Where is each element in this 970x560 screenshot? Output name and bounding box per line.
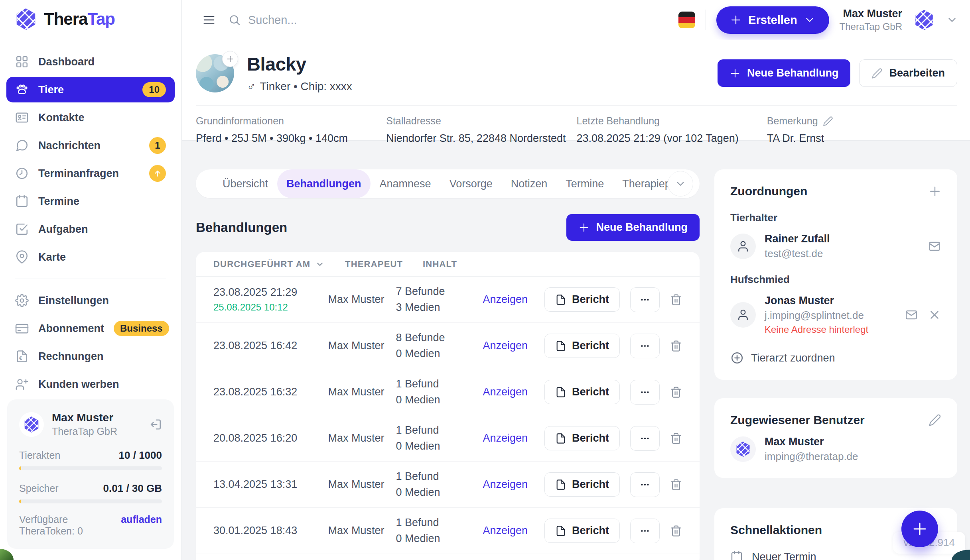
theratoken-topup-link[interactable]: aufladen bbox=[121, 514, 162, 537]
file-icon bbox=[555, 433, 566, 444]
account-avatar[interactable] bbox=[913, 8, 936, 31]
table-row: 13.04.2025 13:31 Max Muster 1 Befund0 Me… bbox=[196, 462, 700, 508]
sidebar-item-einstellungen[interactable]: Einstellungen bbox=[6, 288, 175, 313]
account-menu[interactable]: Max Muster TheraTap GbR bbox=[840, 8, 902, 32]
create-button[interactable]: Erstellen bbox=[716, 6, 829, 34]
more-button[interactable] bbox=[630, 472, 660, 497]
report-button[interactable]: Bericht bbox=[544, 472, 620, 497]
sidebar-item-kontakte[interactable]: Kontakte bbox=[6, 105, 175, 130]
delete-icon[interactable] bbox=[670, 340, 682, 352]
more-button[interactable] bbox=[630, 334, 660, 358]
sidebar-divider bbox=[15, 279, 166, 279]
view-link[interactable]: Anzeigen bbox=[483, 386, 528, 398]
new-treatment-button[interactable]: Neue Behandlung bbox=[718, 59, 851, 87]
sidebar-item-abonnement[interactable]: Abonnement Business bbox=[6, 316, 175, 341]
theratap-logo-icon bbox=[22, 415, 41, 434]
add-photo-button[interactable] bbox=[222, 51, 238, 67]
report-button[interactable]: Bericht bbox=[544, 519, 620, 543]
chevron-down-icon[interactable] bbox=[946, 14, 958, 26]
more-button[interactable] bbox=[630, 519, 660, 543]
sidebar: TheraTap Dashboard Tiere 10 Kontakte Nac… bbox=[0, 0, 181, 560]
add-assignment-button[interactable] bbox=[929, 185, 941, 198]
section-title: Behandlungen bbox=[196, 220, 287, 235]
mail-icon[interactable] bbox=[905, 308, 918, 322]
hufschmied-label: Hufschmied bbox=[730, 273, 941, 286]
edit-button[interactable]: Bearbeiten bbox=[859, 59, 957, 87]
delete-icon[interactable] bbox=[670, 294, 682, 306]
search-icon bbox=[228, 14, 241, 26]
floating-add-button[interactable] bbox=[901, 511, 938, 547]
gear-icon bbox=[15, 294, 29, 307]
chat-icon bbox=[15, 139, 29, 152]
table-row: 23.08.2025 21:2925.08.2025 10:12 Max Mus… bbox=[196, 277, 700, 323]
tab-vorsorge[interactable]: Vorsorge bbox=[440, 169, 502, 198]
sidebar-item-nachrichten[interactable]: Nachrichten 1 bbox=[6, 133, 175, 158]
plus-icon bbox=[929, 185, 941, 198]
report-button[interactable]: Bericht bbox=[544, 287, 620, 312]
check-square-icon bbox=[15, 222, 29, 236]
language-flag-german[interactable] bbox=[678, 12, 695, 28]
search-input[interactable] bbox=[248, 14, 487, 27]
brand-logo[interactable]: TheraTap bbox=[0, 0, 181, 38]
treatments-table: DURCHGEFÜHRT AM THERAPEUT INHALT 23.08.2… bbox=[196, 252, 700, 560]
report-button[interactable]: Bericht bbox=[544, 334, 620, 358]
column-performed-at[interactable]: DURCHGEFÜHRT AM bbox=[213, 259, 345, 269]
patient-tabs: Übersicht Behandlungen Anamnese Vorsorge… bbox=[196, 169, 700, 198]
table-header: DURCHGEFÜHRT AM THERAPEUT INHALT bbox=[196, 252, 700, 277]
file-icon bbox=[555, 479, 566, 490]
tierhalter-label: Tierhalter bbox=[730, 212, 941, 224]
hamburger-menu-icon[interactable] bbox=[202, 13, 216, 27]
calendar-icon bbox=[15, 195, 29, 208]
tab-notizen[interactable]: Notizen bbox=[502, 169, 557, 198]
speicher-progressbar bbox=[19, 499, 162, 503]
sidebar-item-dashboard[interactable]: Dashboard bbox=[6, 49, 175, 75]
new-treatment-button-secondary[interactable]: Neue Behandlung bbox=[566, 214, 700, 241]
view-link[interactable]: Anzeigen bbox=[483, 432, 528, 444]
patient-meta: ♂ Tinker • Chip: xxxx bbox=[247, 80, 352, 93]
sidebar-item-karte[interactable]: Karte bbox=[6, 244, 175, 270]
edit-assigned-user-button[interactable] bbox=[929, 414, 941, 426]
remove-icon[interactable] bbox=[928, 308, 941, 322]
missing-address-warning: Keine Adresse hinterlegt bbox=[765, 324, 868, 335]
more-button[interactable] bbox=[630, 380, 660, 405]
report-button[interactable]: Bericht bbox=[544, 426, 620, 450]
logout-icon[interactable] bbox=[148, 418, 162, 431]
sidebar-item-tiere[interactable]: Tiere 10 bbox=[6, 77, 175, 102]
user-org: TheraTap GbR bbox=[52, 426, 117, 437]
view-link[interactable]: Anzeigen bbox=[483, 340, 528, 352]
delete-icon[interactable] bbox=[670, 479, 682, 491]
more-button[interactable] bbox=[630, 426, 660, 451]
table-row: 23.08.2025 16:32 Max Muster 1 Befund0 Me… bbox=[196, 369, 700, 415]
sidebar-item-rechnungen[interactable]: Rechnungen bbox=[6, 344, 175, 369]
delete-icon[interactable] bbox=[670, 432, 682, 444]
table-row: 30.01.2025 18:43 Max Muster 1 Befund0 Me… bbox=[196, 508, 700, 554]
assign-vet-button[interactable]: Tierarzt zuordnen bbox=[730, 351, 941, 365]
sidebar-item-aufgaben[interactable]: Aufgaben bbox=[6, 216, 175, 242]
sort-chevron-icon bbox=[315, 259, 325, 269]
tab-termine[interactable]: Termine bbox=[556, 169, 613, 198]
sidebar-item-kunden-werben[interactable]: Kunden werben bbox=[6, 371, 175, 397]
delete-icon[interactable] bbox=[670, 386, 682, 398]
assigned-user-row: Max Muster imping@theratap.de bbox=[730, 436, 941, 463]
report-button[interactable]: Bericht bbox=[544, 380, 620, 404]
map-pin-icon bbox=[15, 250, 29, 264]
tab-behandlungen[interactable]: Behandlungen bbox=[277, 169, 371, 198]
view-link[interactable]: Anzeigen bbox=[483, 293, 528, 306]
account-org: TheraTap GbR bbox=[840, 21, 902, 32]
view-link[interactable]: Anzeigen bbox=[483, 525, 528, 537]
sidebar-item-terminanfragen[interactable]: Terminanfragen bbox=[6, 161, 175, 186]
tab-uebersicht[interactable]: Übersicht bbox=[213, 169, 277, 198]
tab-anamnese[interactable]: Anamnese bbox=[371, 169, 440, 198]
invoice-icon bbox=[15, 350, 29, 363]
table-row: 23.08.2025 16:42 Max Muster 8 Befunde0 M… bbox=[196, 323, 700, 369]
patient-info-row: Grundinformationen Pferd • 25J 5M • 390k… bbox=[182, 106, 970, 145]
view-link[interactable]: Anzeigen bbox=[483, 478, 528, 491]
sidebar-item-termine[interactable]: Termine bbox=[6, 189, 175, 214]
file-icon bbox=[555, 294, 566, 305]
ellipsis-icon bbox=[639, 340, 651, 352]
tabs-overflow-button[interactable] bbox=[668, 171, 693, 196]
pencil-icon[interactable] bbox=[823, 116, 833, 126]
more-button[interactable] bbox=[630, 287, 660, 312]
mail-icon[interactable] bbox=[928, 240, 941, 253]
delete-icon[interactable] bbox=[670, 525, 682, 537]
